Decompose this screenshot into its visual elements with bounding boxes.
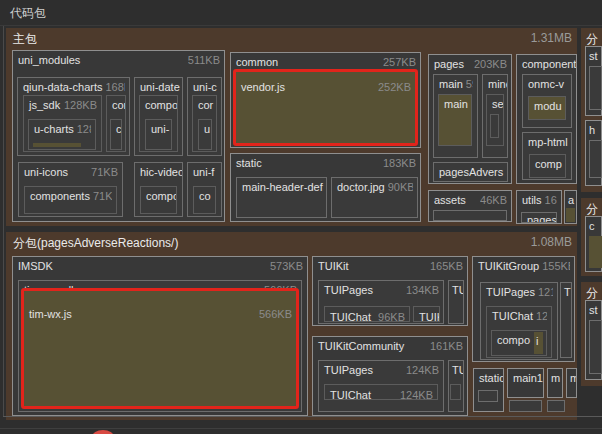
treemap-node-main-header-image[interactable]: main-header-def [236, 177, 327, 218]
treemap-node-small[interactable] [490, 114, 499, 138]
section-size: 1.08MB [531, 235, 572, 249]
treemap-node-group-i-highlight[interactable]: i [534, 332, 543, 354]
treemap-node-small[interactable] [589, 140, 602, 178]
node-size: 46KB [480, 193, 507, 207]
treemap-node-tu[interactable]: TU [448, 280, 464, 324]
node-label: u [204, 122, 210, 136]
node-header: st [586, 301, 601, 317]
node-label: cor [198, 98, 213, 112]
node-label: TUIPages [486, 285, 535, 299]
node-header: TUIKit 165KB [313, 257, 467, 273]
node-size: 573KB [270, 259, 303, 273]
node-header: static 183KB [231, 154, 420, 170]
node-label: uni- [151, 122, 169, 136]
treemap-node-small[interactable] [589, 320, 602, 374]
node-label: se [492, 97, 503, 111]
treemap-node-co[interactable]: co [193, 186, 216, 214]
treemap-node-tuikit-chat[interactable]: TUIChat 96KB [324, 306, 410, 322]
treemap-node-modu-highlight[interactable]: modu [528, 96, 566, 120]
node-header: compo [141, 187, 176, 203]
node-label: tim-wx.js [29, 307, 72, 321]
section-title: 分包(pagesAdverseReactions/) [13, 235, 178, 252]
treemap-node-comp[interactable]: comp [529, 154, 566, 178]
node-header: static [474, 369, 503, 385]
treemap-node-group-t[interactable]: T [560, 282, 572, 358]
treemap-node-compo2[interactable]: compo [140, 186, 177, 214]
node-header: onmc-v [523, 75, 571, 91]
node-label: main [444, 97, 468, 111]
node-label: static [236, 156, 262, 170]
node-size: 124KB [406, 363, 439, 377]
node-header: js_sdk 128KB [24, 96, 101, 112]
section-size: 1.31MB [531, 31, 572, 45]
treemap-node-vendor-js-selected[interactable]: vendor.js 252KB [233, 69, 418, 146]
node-size: 252KB [378, 80, 411, 94]
node-header: IMSDK 573KB [13, 257, 307, 273]
node-label: c [116, 122, 121, 136]
treemap-node-small[interactable] [509, 400, 542, 412]
treemap-node-doctor-jpg[interactable]: doctor.jpg 90KB [331, 177, 418, 218]
node-size: 71KB [93, 189, 112, 203]
node-header: tim-wx.js 566KB [24, 291, 296, 321]
treemap-node-m2[interactable]: m [566, 368, 577, 398]
node-label: st [589, 49, 598, 63]
node-header: u-charts 128KB [29, 120, 95, 136]
treemap-node-tuik[interactable]: TUIK [413, 306, 440, 322]
node-header: cor [193, 96, 216, 112]
treemap-node-uni[interactable]: uni- [145, 119, 172, 150]
node-label: compo [497, 333, 530, 347]
node-header: TUIChat 121KB [487, 307, 551, 323]
treemap-node-pages-adverse[interactable]: pagesAdvers [433, 162, 508, 182]
node-header: uni-f [188, 163, 221, 179]
treemap-node-small[interactable] [450, 384, 461, 400]
node-size: 121KB [538, 285, 553, 299]
node-header: st [586, 47, 601, 63]
node-label: IMSDK [18, 259, 53, 273]
node-header: pagesA [522, 213, 556, 223]
treemap-node-highlight-small[interactable] [589, 236, 602, 268]
node-label: cor [112, 98, 125, 112]
node-label: st [589, 303, 598, 317]
treemap-node-u[interactable]: u [198, 119, 212, 150]
node-header: mine [483, 75, 507, 91]
node-header: uni-c [188, 78, 221, 94]
treemap-node-small[interactable] [547, 400, 565, 412]
treemap-node-components[interactable]: components 71KB [24, 186, 117, 214]
node-label: compo [145, 98, 177, 112]
node-label: pages [434, 57, 464, 71]
treemap-node-m1[interactable]: m [547, 368, 563, 398]
section-title: 主包 [13, 31, 37, 48]
node-label: uni_modules [18, 53, 80, 67]
treemap-node-highlight-small[interactable] [566, 208, 575, 222]
node-header: m [548, 369, 562, 385]
node-label: uni-icons [24, 165, 68, 179]
node-label: TUIChat [330, 310, 371, 322]
treemap-node-small[interactable] [589, 66, 602, 110]
node-label: mp-html [528, 135, 568, 149]
treemap-node-pages-main-highlight[interactable]: main [438, 94, 472, 146]
record-button[interactable] [92, 430, 114, 434]
node-label: pagesA [527, 213, 556, 223]
node-size: 128KB [64, 98, 97, 112]
treemap-node-highlight-bar[interactable] [33, 143, 81, 147]
treemap-node-main1[interactable]: main1 [507, 368, 544, 398]
node-label: pagesAdvers [439, 165, 503, 179]
treemap-node-c[interactable]: c [110, 119, 122, 150]
treemap-node-tim-wx-js-selected[interactable]: tim-wx.js 566KB [21, 288, 299, 409]
node-header: TUIChat 96KB [325, 307, 409, 322]
treemap-node-pagesa[interactable]: pagesA [521, 212, 557, 223]
treemap-node-small[interactable] [478, 390, 498, 402]
node-size: 71KB [91, 165, 118, 179]
node-label: uni-f [193, 165, 214, 179]
node-label: m [551, 371, 560, 385]
treemap-node-community-chat[interactable]: TUIChat 124KB [324, 384, 438, 400]
node-label: i [536, 334, 538, 348]
panel-left-border [3, 26, 4, 416]
panel-bottom-border [3, 416, 602, 417]
node-header: mp-html [523, 133, 571, 149]
node-label: compo [146, 189, 176, 203]
node-header: TU [449, 361, 463, 377]
node-header: h [586, 121, 601, 137]
node-header: T [561, 283, 571, 299]
treemap-node-small[interactable] [433, 210, 507, 221]
